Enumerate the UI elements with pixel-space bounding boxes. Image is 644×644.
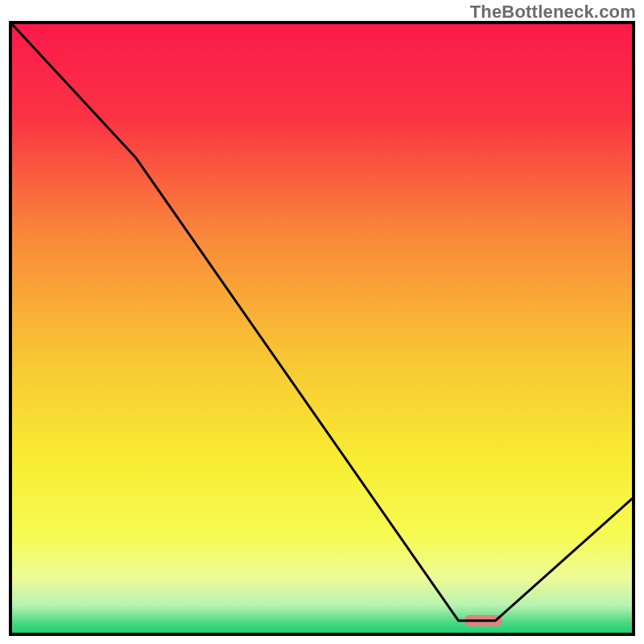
chart-container: { "watermark": "TheBottleneck.com", "cha… [0, 0, 644, 644]
plot-background [12, 24, 632, 633]
bottleneck-chart [0, 0, 644, 644]
watermark-text: TheBottleneck.com [470, 2, 636, 23]
